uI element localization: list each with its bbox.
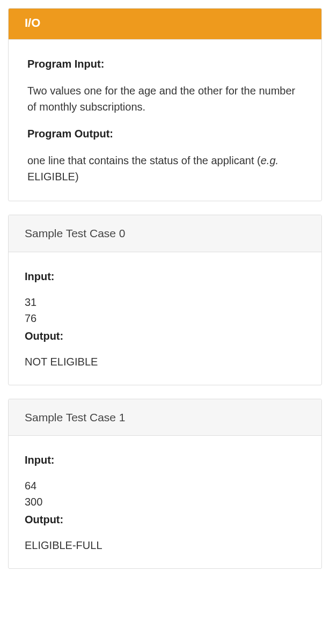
program-output-description: one line that contains the status of the… [27, 152, 303, 185]
io-spec-panel: I/O Program Input: Two values one for th… [8, 8, 322, 201]
test-input-label: Input: [25, 268, 305, 284]
test-case-body: Input: 64 300 Output: ELIGIBLE-FULL [9, 436, 321, 568]
test-case-title: Sample Test Case 1 [25, 411, 126, 423]
io-spec-body: Program Input: Two values one for the ag… [9, 40, 321, 201]
output-desc-suffix: ELIGIBLE) [27, 171, 79, 182]
output-desc-italic: e.g. [261, 155, 278, 166]
test-case-body: Input: 31 76 Output: NOT ELIGIBLE [9, 252, 321, 385]
test-output-value: ELIGIBLE-FULL [25, 537, 305, 553]
test-input-label: Input: [25, 452, 305, 468]
io-spec-header: I/O [9, 9, 321, 40]
test-output-label: Output: [25, 511, 305, 528]
test-case-title: Sample Test Case 0 [25, 227, 126, 239]
test-case-panel: Sample Test Case 1 Input: 64 300 Output:… [8, 399, 322, 569]
test-case-header: Sample Test Case 1 [9, 399, 321, 436]
test-input-value: 64 300 [25, 478, 305, 510]
test-output-value: NOT ELIGIBLE [25, 354, 305, 370]
program-input-label: Program Input: [27, 56, 303, 72]
io-spec-header-text: I/O [25, 16, 40, 30]
test-output-label: Output: [25, 328, 305, 344]
test-case-header: Sample Test Case 0 [9, 215, 321, 252]
test-case-panel: Sample Test Case 0 Input: 31 76 Output: … [8, 215, 322, 385]
program-output-label: Program Output: [27, 126, 303, 142]
test-input-value: 31 76 [25, 294, 305, 326]
program-input-description: Two values one for the age and the other… [27, 83, 303, 115]
output-desc-prefix: one line that contains the status of the… [27, 155, 261, 166]
